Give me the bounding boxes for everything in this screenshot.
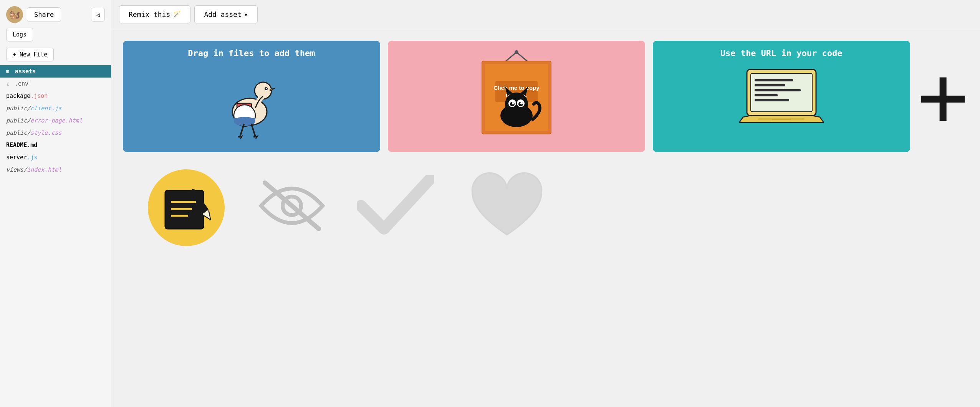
svg-point-25 xyxy=(512,102,514,104)
file-item-env[interactable]: ⚷ .env xyxy=(0,78,111,90)
file-item-readme[interactable]: README.md xyxy=(0,139,111,151)
checkmark-icon xyxy=(357,175,434,240)
svg-point-18 xyxy=(505,93,528,116)
file-tree: ⊞ assets ⚷ .env package.json public/clie… xyxy=(0,65,111,407)
add-asset-large-button[interactable]: + xyxy=(918,41,968,152)
logs-button[interactable]: Logs xyxy=(6,28,33,41)
cat-frame-illustration: Click me to copy my URL xyxy=(474,50,559,142)
dropdown-chevron-icon: ▾ xyxy=(244,10,248,18)
new-file-button[interactable]: + New File xyxy=(6,48,54,61)
svg-rect-32 xyxy=(755,94,778,96)
assets-icon: ⊞ xyxy=(6,69,9,74)
eye-slash-icon xyxy=(257,179,326,237)
sidebar-header: 🐿️ Share ◁ xyxy=(0,0,111,28)
heart-icon xyxy=(465,169,549,246)
remix-label: Remix this xyxy=(129,10,170,18)
ostrich-illustration xyxy=(213,62,290,139)
file-name-style-css: public/style.css xyxy=(6,129,62,136)
file-name-assets: assets xyxy=(15,68,36,75)
key-icon: ⚷ xyxy=(6,81,10,87)
svg-point-11 xyxy=(515,50,518,54)
svg-rect-30 xyxy=(755,84,785,86)
cat-card[interactable]: Click me to copy my URL xyxy=(388,41,645,152)
svg-rect-33 xyxy=(755,99,789,101)
share-button[interactable]: Share xyxy=(27,7,61,22)
file-name-views-index: views/index.html xyxy=(6,166,62,173)
svg-point-3 xyxy=(266,88,267,89)
file-item-client-js[interactable]: public/client.js xyxy=(0,102,111,114)
svg-rect-35 xyxy=(772,119,791,120)
collapse-icon: ◁ xyxy=(96,11,100,18)
svg-line-8 xyxy=(252,124,255,137)
add-asset-button[interactable]: Add asset ▾ xyxy=(194,5,257,23)
file-item-views-index[interactable]: views/index.html xyxy=(0,164,111,176)
edit-icon[interactable] xyxy=(146,167,227,248)
plus-icon: + xyxy=(918,54,968,139)
svg-rect-29 xyxy=(755,79,793,81)
sidebar: 🐿️ Share ◁ Logs + New File ⊞ assets ⚷ .e… xyxy=(0,0,111,407)
svg-line-10 xyxy=(516,52,528,62)
file-name-package: package.json xyxy=(6,93,48,99)
file-name-error-page: public/error-page.html xyxy=(6,117,83,124)
main-panel: Remix this 🪄 Add asset ▾ Drag in files t… xyxy=(111,0,980,407)
file-name-server: server.js xyxy=(6,154,37,161)
avatar: 🐿️ xyxy=(6,6,23,23)
file-item-error-page[interactable]: public/error-page.html xyxy=(0,114,111,127)
file-item-assets[interactable]: ⊞ assets xyxy=(0,65,111,78)
drag-card[interactable]: Drag in files to add them xyxy=(123,41,380,152)
file-item-style-css[interactable]: public/style.css xyxy=(0,127,111,139)
remix-icon: 🪄 xyxy=(172,10,181,18)
content-area: Drag in files to add them xyxy=(111,29,980,407)
laptop-illustration xyxy=(739,62,824,131)
file-name-client-js: public/client.js xyxy=(6,105,62,112)
add-asset-label: Add asset xyxy=(204,10,242,18)
svg-text:Click me to copy: Click me to copy xyxy=(493,84,540,91)
file-name-readme: README.md xyxy=(6,142,37,149)
svg-rect-31 xyxy=(755,89,801,91)
bottom-icons-row xyxy=(123,160,968,256)
file-item-package[interactable]: package.json xyxy=(0,90,111,102)
toolbar: Remix this 🪄 Add asset ▾ xyxy=(111,0,980,29)
file-item-server[interactable]: server.js xyxy=(0,151,111,164)
file-name-env: .env xyxy=(15,80,28,87)
collapse-sidebar-button[interactable]: ◁ xyxy=(91,8,105,22)
url-card-title: Use the URL in your code xyxy=(720,48,843,58)
svg-line-9 xyxy=(505,52,516,62)
remix-button[interactable]: Remix this 🪄 xyxy=(119,5,190,23)
svg-point-26 xyxy=(520,102,523,104)
url-card[interactable]: Use the URL in your code xyxy=(653,41,910,152)
drag-card-title: Drag in files to add them xyxy=(188,48,315,58)
